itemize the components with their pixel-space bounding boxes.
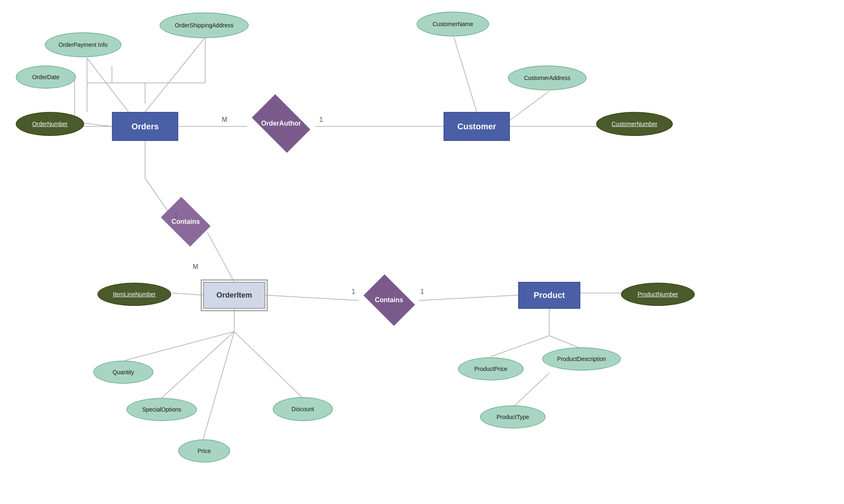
svg-line-27 <box>419 295 518 300</box>
connector-lines <box>0 0 844 504</box>
svg-line-32 <box>514 373 549 406</box>
attr-ordershipping: OrderShippingAddress <box>160 12 249 38</box>
svg-line-0 <box>145 37 205 112</box>
attr-producttype: ProductType <box>480 405 546 429</box>
cardinality-1-3: 1 <box>352 288 355 296</box>
attr-discount: Discount <box>273 397 333 421</box>
attr-customeraddress: CustomerAddress <box>508 65 587 90</box>
svg-line-24 <box>203 332 234 439</box>
attr-quantity: Quantity <box>93 361 153 384</box>
svg-line-15 <box>510 91 549 120</box>
attr-productnumber: ProductNumber <box>621 283 695 306</box>
attr-customername: CustomerName <box>417 12 489 36</box>
relationship-contains2: Contains <box>359 281 419 319</box>
attr-productprice: ProductPrice <box>458 357 524 380</box>
relationship-orderauthor: OrderAuthor <box>248 103 314 144</box>
attr-price: Price <box>178 439 230 463</box>
svg-line-31 <box>549 336 580 348</box>
attr-productdesc: ProductDescription <box>542 347 621 371</box>
svg-line-22 <box>124 332 234 361</box>
attr-customernumber: CustomerNumber <box>596 112 673 136</box>
attr-specialoptions: SpecialOptions <box>126 398 197 421</box>
relationship-contains1: Contains <box>157 203 215 240</box>
cardinality-m1: M <box>222 116 227 124</box>
svg-line-20 <box>172 293 203 295</box>
svg-line-30 <box>491 336 549 356</box>
svg-line-23 <box>162 332 234 398</box>
attr-orderpayment: OrderPayment Info <box>45 32 121 57</box>
entity-orderitem: OrderItem <box>203 282 265 309</box>
attr-ordernumber: OrderNumber <box>16 112 84 136</box>
er-diagram: Orders Customer OrderItem Product OrderA… <box>0 0 844 504</box>
svg-line-25 <box>234 332 303 398</box>
svg-line-1 <box>87 58 129 112</box>
attr-orderdate: OrderDate <box>16 65 76 89</box>
entity-customer: Customer <box>444 112 510 141</box>
cardinality-1-1: 1 <box>319 116 323 124</box>
cardinality-1-4: 1 <box>420 288 424 296</box>
entity-orders: Orders <box>112 112 178 141</box>
attr-itemlinenumber: ItemLineNumber <box>97 283 171 306</box>
svg-line-26 <box>265 295 359 300</box>
svg-line-11 <box>83 123 112 126</box>
entity-product: Product <box>518 282 580 309</box>
cardinality-m2: M <box>193 263 198 271</box>
svg-line-14 <box>454 37 477 112</box>
